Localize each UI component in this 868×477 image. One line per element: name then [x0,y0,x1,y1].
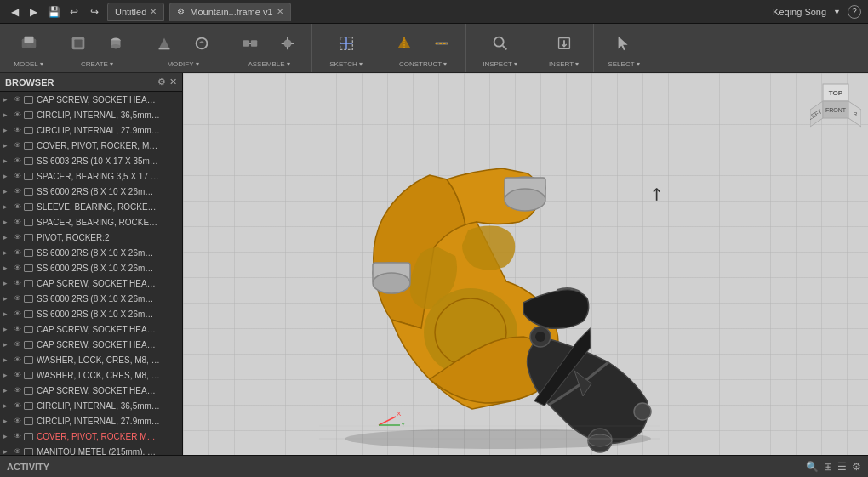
tab-mountain-frame-close[interactable]: ✕ [277,7,283,16]
browser-item[interactable]: ▸ 👁 SPACER, BEARING, ROCKER, MI... [0,214,182,230]
browser-item[interactable]: ▸ 👁 SS 6000 2RS (8 X 10 X 26mm):3 [0,245,182,260]
browser-item[interactable]: ▸ 👁 SS 6003 2RS (10 X 17 X 35mm)... [0,153,182,168]
browser-item[interactable]: ▸ 👁 SPACER, BEARING 3,5 X 17 X 3C... [0,168,182,184]
eye-toggle[interactable]: 👁 [14,355,21,364]
visibility-box [24,249,33,257]
browser-item[interactable]: ▸ 👁 SLEEVE, BEARING, ROCKER, FWI... [0,199,182,214]
svg-text:X: X [397,412,402,417]
browser-item[interactable]: ▸ 👁 SS 6000 2RS (8 X 10 X 26mm):5 [0,291,182,306]
browser-item[interactable]: ▸ 👁 CIRCLIP, INTERNAL, 36,5mm OI... [0,398,182,413]
svg-text:R: R [853,111,857,117]
expand-arrow: ▸ [3,95,12,104]
browser-item[interactable]: ▸ 👁 COVER, PIVOT, ROCKER M27,9... [0,429,182,444]
create-cylinder-icon[interactable] [99,28,133,59]
expand-arrow: ▸ [3,187,12,196]
forward-button[interactable]: ▶ [26,4,41,20]
eye-toggle[interactable]: 👁 [14,248,21,257]
view-cube[interactable]: TOP LEFT FRONT R [810,80,861,131]
eye-toggle[interactable]: 👁 [14,218,21,226]
toolbar-group-sketch: SKETCH ▾ [312,24,380,72]
select-label[interactable]: SELECT ▾ [608,60,639,68]
view-options-icon[interactable]: ☰ [837,461,847,473]
svg-rect-1 [24,37,33,43]
fit-icon[interactable]: ⊞ [824,461,832,473]
inspect-icon[interactable] [483,28,517,59]
construct-label[interactable]: CONSTRUCT ▾ [399,60,447,68]
browser-item-label: CAP SCREW, SOCKET HEAD, FLA... [37,279,160,288]
assemble-label[interactable]: ASSEMBLE ▾ [248,60,289,68]
browser-item[interactable]: ▸ 👁 CIRCLIP, INTERNAL, 27.9mm OI... [0,413,182,429]
eye-toggle[interactable]: 👁 [14,95,21,104]
inspect-label[interactable]: INSPECT ▾ [483,60,517,68]
browser-item[interactable]: ▸ 👁 WASHER, LOCK, CRES, M8, 12,7... [0,352,182,367]
construct-icon2[interactable] [425,28,459,59]
svg-line-22 [502,46,506,50]
modify-icon1[interactable] [147,28,181,59]
eye-toggle[interactable]: 👁 [14,111,21,119]
tab-untitled-close[interactable]: ✕ [150,7,157,16]
assemble-icon1[interactable] [233,28,267,59]
eye-toggle[interactable]: 👁 [14,340,21,349]
eye-toggle[interactable]: 👁 [14,233,21,241]
browser-item[interactable]: ▸ 👁 PIVOT, ROCKER:2 [0,230,182,245]
select-icon[interactable] [607,28,641,59]
browser-item[interactable]: ▸ 👁 CAP SCREW, SOCKET HEAD, FLA... [0,275,182,291]
browser-item[interactable]: ▸ 👁 SS 6000 2RS (8 X 10 X 26mm):6 [0,306,182,321]
visibility-box [24,372,33,379]
model-label[interactable]: MODEL ▾ [14,60,43,68]
model-icon-main[interactable] [12,28,46,59]
eye-toggle[interactable]: 👁 [14,202,21,211]
browser-item[interactable]: ▸ 👁 MANITOU METEL (215mm), 6 W... [0,444,182,455]
save-icon[interactable]: 💾 [46,4,61,20]
eye-toggle[interactable]: 👁 [14,447,21,455]
create-box-icon[interactable] [61,28,95,59]
eye-toggle[interactable]: 👁 [14,187,21,196]
eye-toggle[interactable]: 👁 [14,294,21,303]
assemble-icon2[interactable] [271,28,305,59]
display-settings-icon[interactable]: ⚙ [852,461,861,473]
browser-item[interactable]: ▸ 👁 CIRCLIP, INTERNAL, 27.9mm OI... [0,122,182,138]
browser-item[interactable]: ▸ 👁 COVER, PIVOT, ROCKER, M27,9... [0,138,182,153]
eye-toggle[interactable]: 👁 [14,141,21,150]
eye-toggle[interactable]: 👁 [14,279,21,287]
browser-item[interactable]: ▸ 👁 SS 6000 2RS (8 X 10 X 26mm):2 [0,184,182,199]
eye-toggle[interactable]: 👁 [14,401,21,410]
eye-toggle[interactable]: 👁 [14,371,21,379]
browser-item[interactable]: ▸ 👁 WASHER, LOCK, CRES, M8, 12,7... [0,367,182,383]
browser-item[interactable]: ▸ 👁 CIRCLIP, INTERNAL, 36,5mm OI... [0,107,182,122]
eye-toggle[interactable]: 👁 [14,264,21,272]
eye-toggle[interactable]: 👁 [14,156,21,165]
browser-item-label: CAP SCREW, SOCKET HEAD, FLA... [37,325,160,334]
tab-untitled[interactable]: Untitled ✕ [107,3,164,21]
zoom-icon[interactable]: 🔍 [806,461,819,473]
insert-icon[interactable] [547,28,581,59]
user-dropdown-arrow[interactable]: ▼ [833,8,841,16]
browser-item[interactable]: ▸ 👁 SS 6000 2RS (8 X 10 X 26mm):4 [0,260,182,275]
modify-label[interactable]: MODIFY ▾ [167,60,198,68]
help-icon[interactable]: ? [848,5,861,19]
back-button[interactable]: ◀ [7,4,22,20]
viewport[interactable]: TOP LEFT FRONT R ↗ X Y [183,73,868,455]
eye-toggle[interactable]: 👁 [14,417,21,425]
browser-settings-icon[interactable]: ⚙ [157,77,166,88]
eye-toggle[interactable]: 👁 [14,309,21,318]
modify-icon2[interactable] [185,28,219,59]
create-label[interactable]: CREATE ▾ [81,60,113,68]
eye-toggle[interactable]: 👁 [14,325,21,333]
eye-toggle[interactable]: 👁 [14,432,21,440]
eye-toggle[interactable]: 👁 [14,386,21,395]
browser-item[interactable]: ▸ 👁 CAP SCREW, SOCKET HEAD, CRI... [0,383,182,398]
browser-item[interactable]: ▸ 👁 CAP SCREW, SOCKET HEAD, FLA... [0,321,182,337]
eye-toggle[interactable]: 👁 [14,172,21,180]
tab-mountain-frame[interactable]: ⚙ Mountain...frame v1 ✕ [169,3,290,21]
construct-icon1[interactable] [387,28,421,59]
eye-toggle[interactable]: 👁 [14,126,21,134]
sketch-label[interactable]: SKETCH ▾ [329,60,362,68]
redo-icon[interactable]: ↪ [87,4,102,20]
browser-item[interactable]: ▸ 👁 CAP SCREW, SOCKET HEAD, FLA... [0,337,182,352]
sketch-icon1[interactable] [329,28,363,59]
undo-icon[interactable]: ↩ [66,4,82,20]
insert-label[interactable]: INSERT ▾ [549,60,579,68]
browser-close-icon[interactable]: ✕ [169,77,177,88]
browser-item[interactable]: ▸ 👁 CAP SCREW, SOCKET HEAD, CRI... [0,92,182,107]
